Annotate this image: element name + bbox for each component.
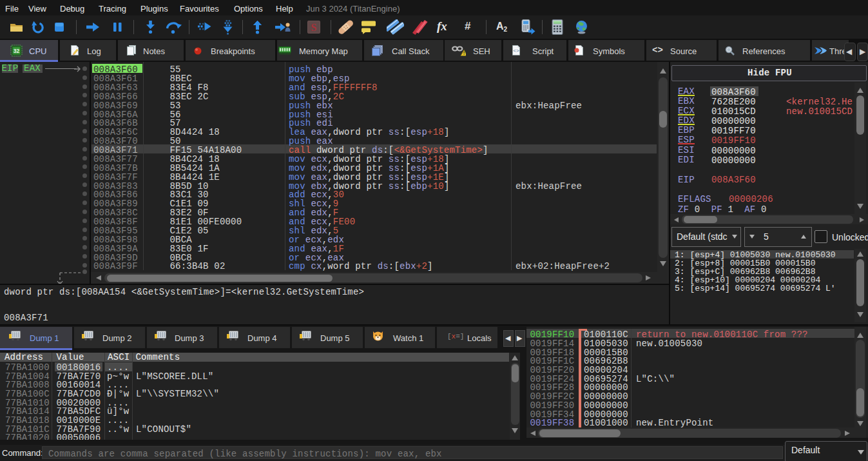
svg-text:<>: <> (513, 48, 519, 54)
svg-text:S: S (311, 22, 317, 33)
svg-text:32: 32 (14, 48, 20, 54)
svg-text:!: ! (463, 50, 465, 56)
